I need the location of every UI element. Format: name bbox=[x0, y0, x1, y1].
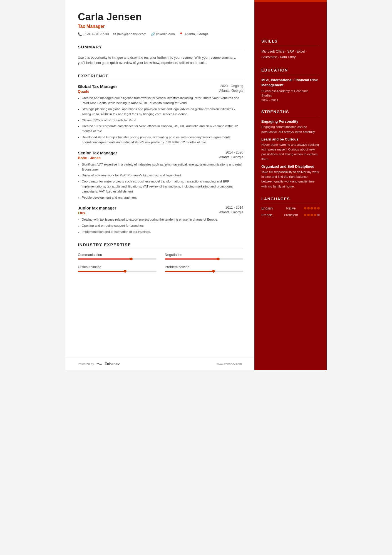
bullet-item: Claimed $250k of tax refunds for Vend bbox=[82, 118, 243, 123]
strength-name-0: Engaging Personality bbox=[261, 119, 320, 124]
bullet-item: Coordinator for major projects such as: … bbox=[82, 179, 243, 194]
skills-title: SKILLS bbox=[261, 39, 320, 45]
lang-dot bbox=[314, 207, 316, 209]
enhancv-logo-icon bbox=[96, 362, 102, 366]
exp-company-1: Quads bbox=[78, 89, 89, 93]
phone-value: +1-914-345-5530 bbox=[83, 32, 109, 36]
summary-section: SUMMARY Use this opportunity to intrigue… bbox=[78, 45, 243, 66]
exp-entry-1: Global Tax Manager 2020 - Ongoing Quads … bbox=[78, 84, 243, 145]
expertise-bar-bg-3 bbox=[165, 271, 244, 272]
lang-dot bbox=[304, 214, 306, 216]
edu-degree: MSc, International Financial Risk Manage… bbox=[261, 78, 320, 88]
expertise-title: INDUSTRY EXPERTISE bbox=[78, 242, 243, 249]
expertise-label-0: Communication bbox=[78, 253, 157, 257]
bullet-item: Opening and on-going support for branche… bbox=[82, 223, 243, 228]
exp-location-2: Atlanta, Georgia bbox=[219, 155, 243, 159]
expertise-item-communication: Communication bbox=[78, 253, 157, 260]
strength-name-1: Learn and be Curious bbox=[261, 137, 320, 141]
exp-sub-3: Flux Atlanta, Georgia bbox=[78, 210, 243, 215]
education-section: EDUCATION MSc, International Financial R… bbox=[261, 68, 320, 102]
expertise-item-problem-solving: Problem solving bbox=[165, 265, 244, 272]
resume-header: Carla Jensen Tax Manager 📞 +1-914-345-55… bbox=[78, 11, 243, 36]
expertise-label-3: Problem solving bbox=[165, 265, 244, 269]
exp-company-3: Flux bbox=[78, 211, 85, 215]
edu-school: Bucharest Academy of Economic Studies bbox=[261, 89, 320, 98]
expertise-grid: Communication Negotiation Crit bbox=[78, 253, 243, 272]
languages-section: LANGUAGES English Native French Proficie… bbox=[261, 197, 320, 217]
exp-header-3: Junior tax manager 2011 - 2014 bbox=[78, 206, 243, 210]
expertise-bar-dot-3 bbox=[212, 270, 215, 273]
phone-icon: 📞 bbox=[78, 32, 82, 36]
exp-location-1: Atlanta, Georgia bbox=[219, 89, 243, 93]
lang-dot bbox=[311, 207, 313, 209]
strengths-title: STRENGTHS bbox=[261, 110, 320, 116]
languages-title: LANGUAGES bbox=[261, 197, 320, 203]
lang-name-1: French bbox=[261, 213, 278, 217]
strength-desc-0: Engaging communicator, can be persuasive… bbox=[261, 125, 320, 134]
footer-website: www.enhancv.com bbox=[217, 362, 242, 366]
bullet-item: People development and management bbox=[82, 195, 243, 200]
email-icon: ✉ bbox=[113, 32, 116, 36]
lang-name-0: English bbox=[261, 206, 278, 210]
location-icon: 📍 bbox=[179, 32, 183, 36]
bullet-item: Developed Vend Group's transfer pricing … bbox=[82, 135, 243, 145]
expertise-bar-fill-3 bbox=[165, 271, 214, 272]
candidate-name: Carla Jensen bbox=[78, 11, 243, 23]
exp-entry-2: Senior Tax Manager 2014 - 2020 Bode - Jo… bbox=[78, 151, 243, 200]
expertise-bar-dot-0 bbox=[130, 258, 133, 260]
exp-header-2: Senior Tax Manager 2014 - 2020 bbox=[78, 151, 243, 155]
exp-header-1: Global Tax Manager 2020 - Ongoing bbox=[78, 84, 243, 89]
exp-bullets-2: Significant VAT expertise in a variety o… bbox=[78, 162, 243, 200]
expertise-bar-dot-2 bbox=[124, 270, 126, 273]
expertise-bar-fill-0 bbox=[78, 258, 131, 260]
strength-desc-2: Take full responsibility to deliver my w… bbox=[261, 170, 320, 189]
strengths-section: STRENGTHS Engaging Personality Engaging … bbox=[261, 110, 320, 189]
exp-bullets-1: Created and managed due diligence framew… bbox=[78, 96, 243, 145]
linkedin-value: linkedin.com bbox=[156, 32, 175, 36]
location-value: Atlanta, Georgia bbox=[184, 32, 209, 36]
email-contact: ✉ help@enhancv.com bbox=[113, 32, 146, 36]
exp-company-2: Bode - Jones bbox=[78, 156, 101, 160]
lang-dot bbox=[307, 214, 310, 216]
linkedin-contact: 🔗 linkedin.com bbox=[151, 32, 175, 36]
exp-title-1: Global Tax Manager bbox=[78, 84, 117, 89]
lang-row-french: French Proficient bbox=[261, 213, 320, 217]
lang-dots-0 bbox=[304, 207, 320, 209]
exp-title-2: Senior Tax Manager bbox=[78, 151, 117, 155]
expertise-bar-bg-1 bbox=[165, 258, 244, 260]
experience-title: EXPERIENCE bbox=[78, 73, 243, 80]
contact-info: 📞 +1-914-345-5530 ✉ help@enhancv.com 🔗 l… bbox=[78, 32, 243, 36]
footer-left: Powered by Enhancv bbox=[78, 362, 120, 366]
bullet-item: Driver of advisory work for PwC Romania'… bbox=[82, 173, 243, 178]
expertise-bar-dot-1 bbox=[217, 258, 220, 260]
summary-title: SUMMARY bbox=[78, 45, 243, 51]
bullet-item: Implementation and presentation of tax t… bbox=[82, 230, 243, 235]
expertise-bar-bg-2 bbox=[78, 271, 157, 272]
lang-dot bbox=[304, 207, 306, 209]
strength-desc-1: Never done learning and always seeking t… bbox=[261, 142, 320, 162]
expertise-item-negotiation: Negotiation bbox=[165, 253, 244, 260]
summary-text: Use this opportunity to intrigue and dra… bbox=[78, 55, 243, 66]
exp-dates-3: 2011 - 2014 bbox=[225, 206, 243, 209]
bullet-item: Significant VAT expertise in a variety o… bbox=[82, 162, 243, 172]
lang-level-0: Native bbox=[281, 206, 301, 210]
exp-title-3: Junior tax manager bbox=[78, 206, 116, 210]
bullet-item: Created 100% corporate compliance for Ve… bbox=[82, 124, 243, 134]
bullet-item: Dealing with tax issues related to expor… bbox=[82, 217, 243, 222]
exp-bullets-3: Dealing with tax issues related to expor… bbox=[78, 217, 243, 234]
expertise-bar-fill-2 bbox=[78, 271, 125, 272]
skills-text: Microsoft Office · SAP · Excel · Salesfo… bbox=[261, 49, 320, 60]
expertise-bar-fill-1 bbox=[165, 258, 218, 260]
bullet-item: Created and managed due diligence framew… bbox=[82, 96, 243, 106]
footer: Powered by Enhancv www.enhancv.com bbox=[65, 357, 254, 370]
bullet-item: Strategic planning on global operations … bbox=[82, 107, 243, 117]
lang-dot bbox=[311, 214, 313, 216]
expertise-bar-bg-0 bbox=[78, 258, 157, 260]
right-column: SKILLS Microsoft Office · SAP · Excel · … bbox=[254, 0, 327, 370]
lang-dot bbox=[317, 207, 320, 209]
exp-sub-2: Bode - Jones Atlanta, Georgia bbox=[78, 155, 243, 160]
lang-dot bbox=[307, 207, 310, 209]
lang-row-english: English Native bbox=[261, 206, 320, 210]
linkedin-icon: 🔗 bbox=[151, 32, 155, 36]
edu-years: 2007 - 2011 bbox=[261, 98, 320, 102]
